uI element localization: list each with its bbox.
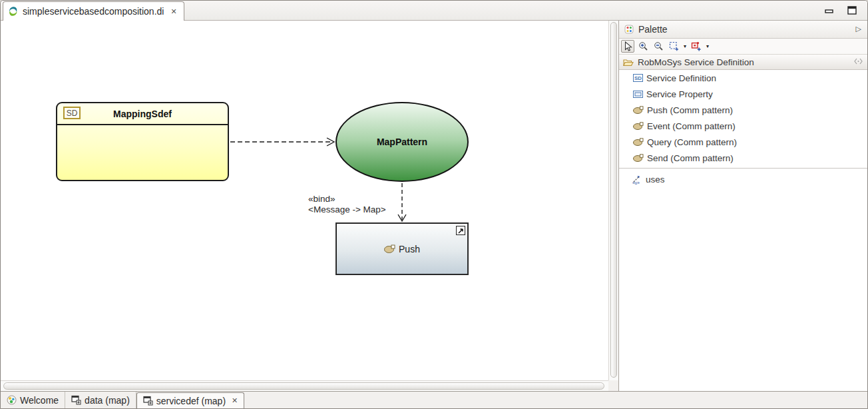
palette-item-push[interactable]: Push (Comm pattern) (619, 102, 867, 118)
palette-item-label: Event (Comm pattern) (647, 121, 736, 131)
folder-open-icon (623, 58, 634, 67)
palette-drawer-robmosys[interactable]: RobMoSys Service Definition (619, 55, 867, 70)
palette-item-service-definition[interactable]: SD Service Definition (619, 70, 867, 86)
drawer-title: RobMoSys Service Definition (638, 57, 754, 67)
uses-dependency-icon: «u» (632, 175, 642, 185)
papyrus-icon (8, 6, 19, 17)
palette-item-service-property[interactable]: Service Property (619, 86, 867, 102)
node-push-label: Push (399, 244, 420, 254)
service-property-icon (633, 91, 643, 98)
diagram-canvas[interactable]: SD MappingSdef MapPattern «bind» <Messag… (1, 21, 608, 380)
diagram-icon (143, 396, 153, 406)
tab-welcome[interactable]: Welcome (1, 392, 65, 408)
palette-item-send[interactable]: Send (Comm pattern) (619, 150, 867, 166)
palette-item-label: Send (Comm pattern) (647, 153, 734, 163)
note-tool[interactable] (690, 40, 703, 53)
palette-title: Palette (638, 24, 668, 35)
palette-item-label: Push (Comm pattern) (647, 105, 733, 115)
comm-pattern-icon (633, 122, 644, 130)
minimize-view-icon[interactable] (825, 6, 835, 15)
select-tool[interactable] (621, 40, 634, 53)
palette-item-label: Query (Comm pattern) (647, 137, 737, 147)
marquee-tool[interactable] (667, 40, 680, 53)
editor-tab-bar: simpleservicebasedcomposition.di ✕ (1, 1, 867, 21)
close-icon[interactable]: ✕ (170, 7, 176, 16)
zoom-out-tool[interactable] (652, 40, 665, 53)
maximize-view-icon[interactable] (847, 6, 858, 15)
palette-item-query[interactable]: Query (Comm pattern) (619, 134, 867, 150)
sd-stereotype-badge: SD (63, 107, 81, 119)
diagram-tab-bar: Welcome data (map) servicedef (map) ✕ (1, 391, 867, 408)
palette-item-label: Service Property (646, 89, 713, 99)
marquee-dropdown-icon[interactable]: ▾ (682, 43, 688, 49)
application-window: simpleservicebasedcomposition.di ✕ (0, 0, 868, 409)
palette-item-label: uses (646, 175, 665, 185)
comm-pattern-icon (633, 106, 644, 114)
dependency-edge-mappingsdef-mappattern[interactable] (230, 138, 334, 146)
comm-pattern-icon (633, 138, 644, 146)
palette-icon (624, 25, 634, 34)
bind-label-line2: <Message -> Map> (308, 204, 386, 215)
diagram-icon (71, 395, 81, 405)
shortcut-arrow-icon (456, 226, 465, 235)
welcome-icon (7, 395, 17, 405)
canvas-horizontal-scrollbar[interactable] (1, 380, 608, 391)
zoom-in-tool[interactable] (636, 40, 650, 53)
editor-area: SD MappingSdef MapPattern «bind» <Messag… (1, 21, 867, 391)
node-mappattern[interactable]: MapPattern (335, 102, 469, 182)
note-dropdown-icon[interactable]: ▾ (705, 43, 710, 49)
tab-data-map[interactable]: data (map) (65, 392, 136, 408)
service-definition-icon: SD (633, 74, 643, 82)
tab-label: Welcome (20, 395, 59, 406)
tab-servicedef-map[interactable]: servicedef (map) ✕ (136, 392, 244, 408)
connector-layer (1, 21, 608, 380)
tab-label: data (map) (85, 395, 130, 406)
bind-edge-label[interactable]: «bind» <Message -> Map> (308, 194, 386, 215)
node-mappingsdef[interactable]: SD MappingSdef (56, 102, 229, 181)
palette-separator (619, 168, 867, 169)
canvas-vertical-scrollbar[interactable] (608, 21, 618, 380)
palette-item-label: Service Definition (646, 73, 716, 83)
editor-tab-title: simpleservicebasedcomposition.di (23, 6, 164, 17)
node-mappattern-title: MapPattern (377, 137, 427, 147)
palette-panel: Palette ▷ ▾ ▾ (618, 21, 867, 391)
node-push[interactable]: Push (335, 222, 469, 275)
tab-simpleservicebasedcomposition[interactable]: simpleservicebasedcomposition.di ✕ (3, 1, 184, 21)
node-mappingsdef-title: MappingSdef (113, 109, 172, 119)
palette-header[interactable]: Palette ▷ (619, 21, 867, 39)
palette-toolbar: ▾ ▾ (619, 39, 867, 55)
scrollbar-corner (608, 380, 618, 391)
tab-label: servicedef (map) (156, 396, 226, 406)
svg-text:SD: SD (634, 75, 642, 81)
svg-text:«u»: «u» (632, 180, 640, 185)
node-mappingsdef-header: SD MappingSdef (57, 103, 228, 125)
diagram-canvas-wrap: SD MappingSdef MapPattern «bind» <Messag… (1, 21, 618, 391)
comm-pattern-icon (384, 244, 395, 253)
pin-drawer-icon[interactable] (854, 58, 863, 65)
palette-flyout-icon[interactable]: ▷ (856, 25, 861, 33)
palette-item-event[interactable]: Event (Comm pattern) (619, 118, 867, 134)
close-icon[interactable]: ✕ (232, 396, 238, 405)
palette-item-uses[interactable]: «u» uses (619, 171, 867, 188)
bind-edge-mappattern-push[interactable] (398, 183, 406, 221)
comm-pattern-icon (633, 154, 644, 162)
bind-label-line1: «bind» (308, 194, 386, 204)
